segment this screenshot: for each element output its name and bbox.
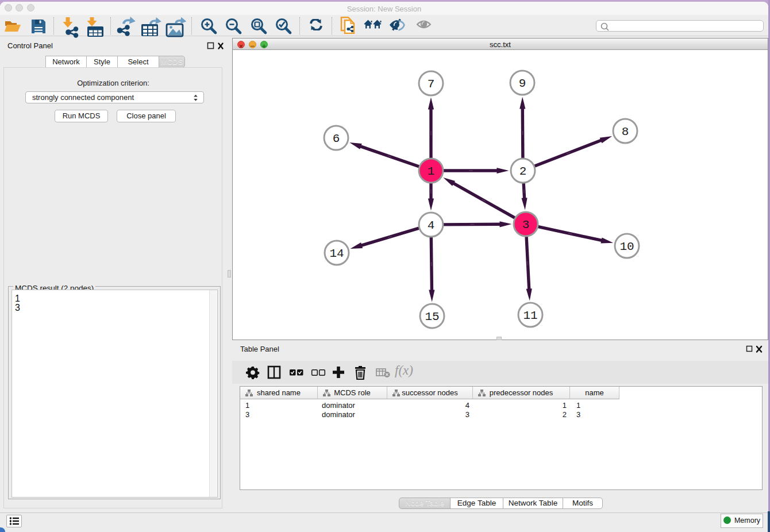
- svg-text:2: 2: [519, 165, 527, 178]
- svg-text:14: 14: [329, 247, 344, 260]
- svg-text:15: 15: [425, 310, 439, 323]
- svg-text:9: 9: [519, 77, 526, 90]
- svg-text:4: 4: [428, 219, 435, 232]
- svg-text:3: 3: [522, 218, 530, 232]
- svg-text:1: 1: [428, 165, 435, 178]
- svg-text:10: 10: [619, 240, 634, 253]
- svg-text:6: 6: [333, 132, 340, 145]
- svg-text:7: 7: [428, 78, 435, 91]
- svg-text:11: 11: [523, 309, 537, 322]
- svg-text:8: 8: [622, 125, 629, 138]
